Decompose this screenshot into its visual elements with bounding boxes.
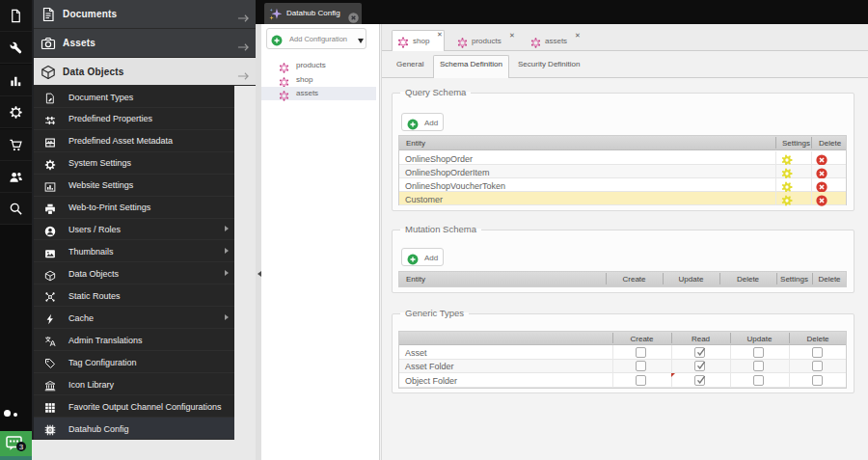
svg-text:3: 3 — [19, 443, 24, 451]
